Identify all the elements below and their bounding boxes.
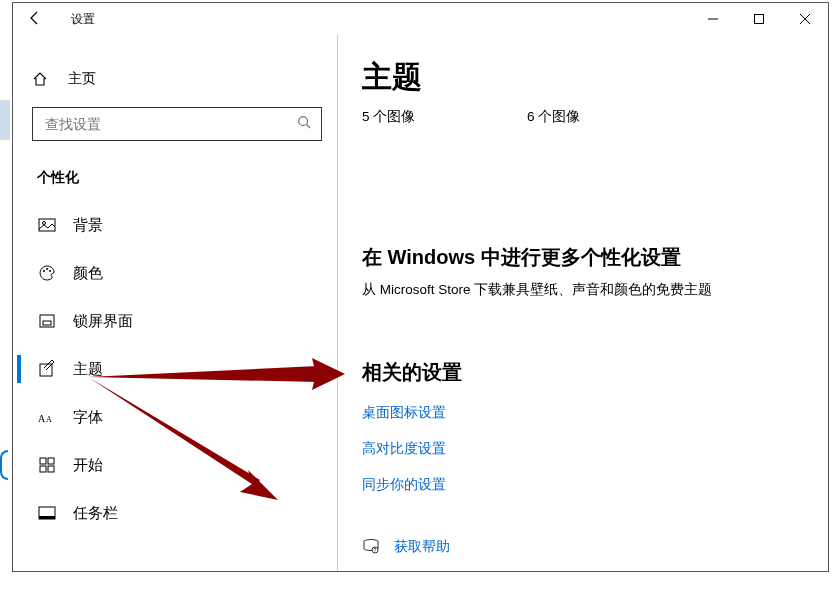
home-nav[interactable]: 主页 <box>17 59 337 99</box>
main-content: 主题 5 个图像 6 个图像 在 Windows 中进行更多个性化设置 从 Mi… <box>338 35 828 571</box>
home-label: 主页 <box>68 70 96 88</box>
svg-rect-17 <box>48 458 54 464</box>
sidebar-item-label: 颜色 <box>73 264 103 283</box>
settings-window: 设置 主页 个性化 背景 <box>12 2 829 572</box>
search-icon <box>297 115 311 133</box>
sidebar-item-fonts[interactable]: AA 字体 <box>17 393 337 441</box>
back-button[interactable] <box>27 10 43 29</box>
home-icon <box>32 71 52 87</box>
svg-rect-1 <box>755 15 764 24</box>
sidebar-item-start[interactable]: 开始 <box>17 441 337 489</box>
sidebar-item-colors[interactable]: 颜色 <box>17 249 337 297</box>
picture-icon <box>37 216 57 234</box>
svg-point-10 <box>49 270 51 272</box>
window-title: 设置 <box>71 11 95 28</box>
sidebar-item-label: 锁屏界面 <box>73 312 133 331</box>
svg-point-4 <box>299 117 308 126</box>
more-personalization-title: 在 Windows 中进行更多个性化设置 <box>362 244 828 271</box>
svg-rect-21 <box>39 516 55 519</box>
svg-rect-16 <box>40 458 46 464</box>
more-personalization-hint: 从 Microsoft Store 下载兼具壁纸、声音和颜色的免费主题 <box>362 281 828 299</box>
page-heading: 主题 <box>362 57 828 98</box>
sidebar-item-label: 主题 <box>73 360 103 379</box>
svg-point-8 <box>43 270 45 272</box>
taskbar-icon <box>37 504 57 522</box>
titlebar: 设置 <box>13 3 828 35</box>
help-icon: ? <box>362 538 382 556</box>
maximize-button[interactable] <box>736 3 782 35</box>
start-icon <box>37 456 57 474</box>
search-input[interactable] <box>43 115 297 133</box>
sidebar-section-title: 个性化 <box>37 169 337 187</box>
sidebar-item-label: 字体 <box>73 408 103 427</box>
svg-point-7 <box>43 222 46 225</box>
feedback-label: 提供反馈 <box>394 570 450 571</box>
svg-text:A: A <box>38 413 46 424</box>
minimize-button[interactable] <box>690 3 736 35</box>
link-get-help[interactable]: ? 获取帮助 <box>362 538 828 556</box>
sidebar-item-label: 背景 <box>73 216 103 235</box>
svg-rect-12 <box>43 321 51 325</box>
sidebar: 主页 个性化 背景 颜色 锁屏界面 <box>13 35 338 571</box>
sidebar-item-background[interactable]: 背景 <box>17 201 337 249</box>
sidebar-item-label: 任务栏 <box>73 504 118 523</box>
svg-rect-18 <box>40 466 46 472</box>
link-give-feedback[interactable]: 提供反馈 <box>362 570 828 571</box>
link-sync-settings[interactable]: 同步你的设置 <box>362 476 828 494</box>
link-high-contrast-settings[interactable]: 高对比度设置 <box>362 440 828 458</box>
theme-count-right: 6 个图像 <box>527 108 580 126</box>
search-box[interactable] <box>32 107 322 141</box>
close-button[interactable] <box>782 3 828 35</box>
fonts-icon: AA <box>37 408 57 426</box>
svg-line-5 <box>307 125 311 129</box>
svg-point-9 <box>46 268 48 270</box>
themes-icon <box>37 360 57 378</box>
sidebar-item-themes[interactable]: 主题 <box>17 345 337 393</box>
link-desktop-icon-settings[interactable]: 桌面图标设置 <box>362 404 828 422</box>
sidebar-item-label: 开始 <box>73 456 103 475</box>
palette-icon <box>37 264 57 282</box>
feedback-icon <box>362 570 382 571</box>
sidebar-item-lockscreen[interactable]: 锁屏界面 <box>17 297 337 345</box>
lockscreen-icon <box>37 312 57 330</box>
theme-count-left: 5 个图像 <box>362 108 527 126</box>
related-settings-title: 相关的设置 <box>362 359 828 386</box>
svg-text:A: A <box>46 415 52 424</box>
help-label: 获取帮助 <box>394 538 450 556</box>
svg-text:?: ? <box>374 547 377 553</box>
sidebar-item-taskbar[interactable]: 任务栏 <box>17 489 337 537</box>
svg-rect-19 <box>48 466 54 472</box>
